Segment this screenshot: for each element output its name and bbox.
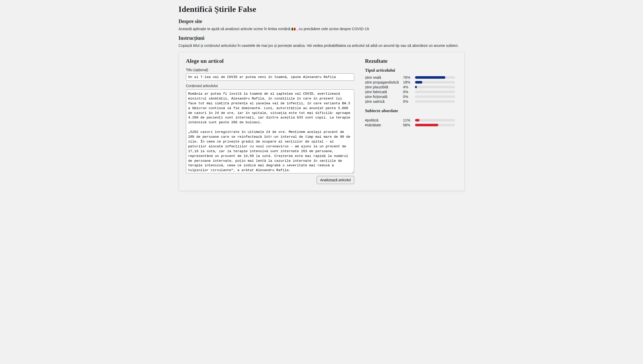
result-bar — [415, 119, 455, 122]
main-panel: Alege un articol Titlu (opțional) Conțin… — [179, 52, 465, 191]
result-bar — [415, 100, 455, 103]
results-heading: Rezultate — [365, 58, 457, 64]
result-label: știre reală — [365, 75, 400, 79]
result-bar — [415, 81, 455, 84]
content-label: Conținutul articolului — [186, 84, 354, 88]
result-bar — [415, 124, 455, 126]
result-row: știre ficțională0% — [365, 95, 457, 99]
result-row: #politică11% — [365, 118, 457, 122]
result-percent: 11% — [403, 118, 412, 122]
article-picker-heading: Alege un articol — [186, 58, 354, 64]
content-input[interactable]: România ar putea fi lovită la toamnă de … — [186, 89, 354, 173]
page-root: Identifică Știrile False Despre site Ace… — [161, 5, 482, 196]
result-label: #sănătate — [365, 123, 400, 127]
result-bar — [415, 76, 455, 79]
result-bar — [415, 91, 455, 93]
types-list: știre reală76%știre propagandistică18%șt… — [365, 75, 457, 104]
result-label: știre satirică — [365, 99, 400, 104]
result-label: știre plauzibilă — [365, 85, 400, 89]
result-bar — [415, 86, 455, 88]
result-percent: 58% — [403, 123, 412, 127]
result-row: știre plauzibilă4% — [365, 85, 457, 89]
result-bar — [415, 95, 455, 98]
result-label: #politică — [365, 118, 400, 122]
type-heading: Tipul articolului — [365, 68, 457, 73]
result-row: #sănătate58% — [365, 123, 457, 127]
topics-heading: Subiecte abordate — [365, 108, 457, 113]
about-text-after: , cu precădere cele scrise despre COVID-… — [297, 27, 370, 31]
topics-list: #politică11%#sănătate58% — [365, 118, 457, 127]
result-percent: 18% — [403, 80, 412, 84]
result-percent: 4% — [403, 85, 412, 89]
instructions-heading: Instrucțiuni — [179, 35, 465, 41]
article-form: Alege un articol Titlu (opțional) Conțin… — [186, 57, 354, 184]
results-column: Rezultate Tipul articolului știre reală7… — [365, 57, 457, 184]
result-label: știre ficțională — [365, 95, 400, 99]
result-percent: 0% — [403, 99, 412, 104]
result-row: știre reală76% — [365, 75, 457, 79]
title-input[interactable] — [186, 73, 354, 81]
page-title: Identifică Știrile False — [179, 5, 465, 14]
result-row: știre fabricată0% — [365, 90, 457, 94]
instructions-text: Copiază titlul și conținutul articolului… — [179, 43, 465, 48]
result-percent: 0% — [403, 90, 412, 94]
result-row: știre propagandistică18% — [365, 80, 457, 84]
result-percent: 0% — [403, 95, 412, 99]
about-text-before: Această aplicație te ajută să analizezi … — [179, 27, 292, 31]
result-percent: 76% — [403, 75, 412, 79]
romania-flag-icon — [292, 28, 295, 30]
result-label: știre propagandistică — [365, 80, 400, 84]
result-label: știre fabricată — [365, 90, 400, 94]
result-row: știre satirică0% — [365, 99, 457, 104]
title-label: Titlu (opțional) — [186, 68, 354, 72]
about-heading: Despre site — [179, 18, 465, 24]
about-text: Această aplicație te ajută să analizezi … — [179, 26, 465, 32]
analyze-button[interactable]: Analizează articolul — [317, 176, 354, 184]
